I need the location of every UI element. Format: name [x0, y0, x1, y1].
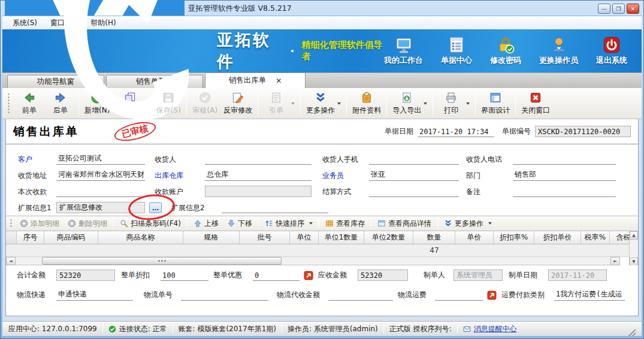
nav-exit[interactable]: 退出系统	[596, 36, 627, 66]
field-收货地址[interactable]: 河南省郑州市金水区明天财	[56, 170, 145, 181]
toolbar-button-label: 关闭窗口	[521, 105, 550, 116]
detail-quick-sort-button[interactable]: 快速排序	[261, 217, 317, 230]
status-bar: 应用中心: 127.0.0.1:7099连接状态: 正常账套: 模版账套(201…	[2, 321, 642, 336]
field-label-业务员[interactable]: 业务员	[322, 171, 369, 181]
detail-more-actions-button[interactable]: 更多操作	[440, 217, 496, 230]
minimize-button[interactable]: —	[598, 4, 610, 14]
detail-toolbar-grip[interactable]	[10, 219, 13, 228]
horizontal-scrollbar[interactable]: ◄ ►	[6, 257, 620, 265]
totals-field-整单折扣[interactable]: 100	[161, 270, 208, 281]
field-收货人[interactable]	[205, 153, 312, 165]
totals-field-整单优惠[interactable]: 0	[253, 270, 300, 281]
field-部门[interactable]: 销售部	[513, 170, 616, 181]
logistics-label-物流快递: 物流快递	[17, 290, 54, 300]
field-出库仓库[interactable]: 总仓库	[205, 170, 312, 181]
tab-label: 销售出库单	[229, 75, 267, 86]
toolbar-grip[interactable]	[7, 93, 11, 114]
column-header-单位2数量[interactable]: 单位2数量	[364, 231, 413, 244]
toolbar-audit-button[interactable]: 审核(A)	[189, 90, 220, 117]
field-结算方式[interactable]	[369, 186, 459, 197]
field-备注[interactable]	[513, 186, 616, 197]
column-header-商品编码[interactable]: 商品编码	[44, 231, 98, 244]
scroll-right-button[interactable]: ►	[610, 257, 620, 265]
column-header-折扣率%[interactable]: 折扣率%	[494, 231, 534, 244]
field-收款账户[interactable]	[205, 186, 312, 197]
ellipsis-button[interactable]: …	[149, 202, 162, 213]
toolbar-ui-design-button[interactable]: 界面设计	[478, 90, 513, 117]
logistics-field-运费付款类别[interactable]: 1我方付运费(生成运	[554, 289, 625, 301]
logistics-field-物流单号[interactable]	[181, 289, 268, 301]
vertical-scrollbar[interactable]: ▲ ▼	[629, 231, 638, 265]
doc-date-field[interactable]: 2017-11-20 17:34	[418, 126, 494, 137]
status-item-1: 连接状态: 正常	[108, 324, 167, 334]
audited-stamp: 已审核	[113, 119, 158, 144]
field-label-收货地址: 收货地址	[18, 171, 56, 181]
maximize-button[interactable]: ❐	[612, 4, 625, 14]
field-label-出库仓库[interactable]: 出库仓库	[155, 171, 205, 181]
message-center-link[interactable]: 消息提醒中心	[474, 324, 517, 334]
field-label-客户[interactable]: 客户	[18, 155, 56, 165]
close-button[interactable]: ✕	[627, 4, 639, 14]
scroll-down-button[interactable]: ▼	[630, 258, 638, 265]
column-header-单价[interactable]: 单价	[455, 231, 494, 244]
summary-cell-商品编码	[44, 244, 98, 256]
logistics-field-物流快递[interactable]: 申通快递	[56, 289, 133, 301]
column-header-税率%[interactable]: 税率%	[581, 231, 610, 244]
column-header-单位[interactable]: 单位	[290, 231, 319, 244]
field-扩展信息2[interactable]	[222, 202, 328, 213]
column-header-单位1数量[interactable]: 单位1数量	[319, 231, 364, 244]
field-业务员[interactable]: 张亚	[369, 170, 459, 181]
detail-toolbar-separator	[113, 218, 114, 229]
logistics-field-物流代收金额[interactable]	[328, 289, 393, 301]
detail-delete-row-button[interactable]: 删除明细	[64, 217, 111, 230]
nav-workstation[interactable]: 我的工作台	[384, 36, 423, 66]
logistics-field-物流运费[interactable]	[435, 289, 483, 301]
column-header-批号[interactable]: 批号	[240, 231, 290, 244]
toolbar-close-window-button[interactable]: 关闭窗口	[518, 90, 553, 117]
table-summary-row[interactable]: 47	[6, 244, 629, 257]
field-扩展信息1[interactable]: 扩展信息修改	[56, 202, 145, 213]
nav-switch-user[interactable]: 更换操作员	[539, 36, 578, 66]
detail-move-down-button[interactable]: 下移	[223, 217, 256, 230]
recalc-button[interactable]	[303, 271, 313, 280]
nav-document-center[interactable]: 单据中心	[441, 36, 472, 66]
status-item-5[interactable]: 消息提醒中心	[463, 324, 517, 334]
scrollbar-thumb[interactable]	[42, 257, 282, 265]
toolbar-save-button[interactable]: 保存(S)	[153, 90, 184, 117]
tab-2[interactable]: 销售出库单✕	[205, 72, 306, 88]
tab-close-icon[interactable]: ✕	[276, 77, 282, 85]
field-收货人电话[interactable]	[513, 153, 616, 165]
status-separator	[282, 324, 282, 334]
toolbar-print-button[interactable]: 打印	[436, 90, 473, 117]
detail-stock-button[interactable]: 查看库存	[321, 217, 369, 230]
column-header-规格[interactable]: 规格	[183, 231, 240, 244]
totals-field-合计金额[interactable]: 52320	[56, 270, 115, 281]
scroll-up-button[interactable]: ▲	[630, 231, 638, 240]
totals-field-应收金额[interactable]: 52320	[358, 270, 408, 281]
column-header-折扣单价[interactable]: 折扣单价	[534, 231, 581, 244]
recalc-button[interactable]	[486, 290, 497, 300]
dropdown-arrow-icon[interactable]	[309, 222, 313, 225]
dropdown-arrow-icon[interactable]	[291, 102, 295, 105]
scroll-left-button[interactable]: ◄	[6, 257, 16, 265]
dropdown-arrow-icon[interactable]	[466, 102, 470, 105]
detail-barcode-scan-button[interactable]: 扫描条形码(F4)	[116, 217, 185, 230]
status-text: 正式版 授权序列号:	[389, 324, 452, 334]
column-header-序号[interactable]: 序号	[17, 231, 44, 244]
toolbar-import-export-button[interactable]: 导入导出	[389, 90, 430, 117]
dropdown-arrow-icon[interactable]	[424, 102, 427, 105]
field-客户[interactable]: 亚拓公司测试	[56, 153, 145, 165]
detail-product-detail-button[interactable]: 查看商品详情	[373, 217, 436, 230]
resize-grip[interactable]	[628, 329, 636, 336]
nav-password[interactable]: 修改密码	[490, 36, 521, 66]
dropdown-arrow-icon[interactable]	[488, 222, 492, 225]
column-header-商品名称[interactable]: 商品名称	[98, 231, 183, 244]
toolbar-ref-doc-button[interactable]: 引单	[261, 90, 298, 117]
field-收货人手机[interactable]	[369, 153, 459, 165]
column-header-含税单价[interactable]: 含税单价	[610, 231, 629, 244]
detail-add-row-button[interactable]: 添加明细	[16, 217, 64, 230]
column-header-数量[interactable]: 数量	[413, 231, 455, 244]
row-selector-header[interactable]	[6, 231, 17, 244]
field-本次收款[interactable]	[56, 186, 145, 197]
detail-move-up-button[interactable]: 上移	[189, 217, 223, 230]
